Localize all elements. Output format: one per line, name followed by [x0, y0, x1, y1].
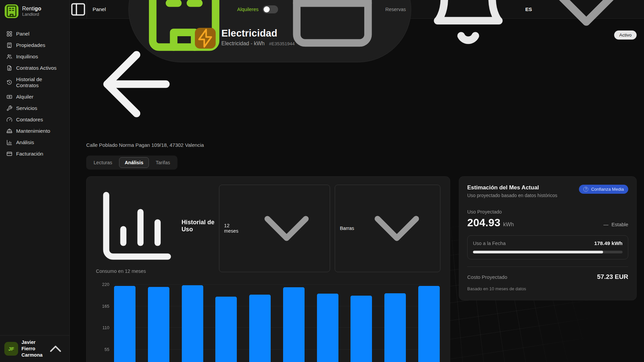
estimation-divider [467, 266, 628, 267]
range-select[interactable]: 12 meses [219, 185, 330, 272]
projected-usage-unit: kWh [503, 222, 514, 228]
sidebar-item-label: Mantenimiento [16, 128, 50, 134]
building-icon [6, 42, 12, 48]
meter-id: #E35351944 [269, 41, 295, 46]
sidebar-item-label: Contadores [16, 117, 43, 123]
user-menu[interactable]: JF Javier Fierro Carmona [0, 335, 69, 362]
estimation-title: Estimación del Mes Actual [467, 184, 557, 191]
page-title: Electricidad [221, 28, 295, 39]
sidebar-item-label: Análisis [16, 139, 34, 145]
y-tick-label: 165 [102, 304, 109, 308]
chevron-down-icon [248, 188, 325, 268]
bar-jul-25 [249, 295, 271, 362]
y-tick-label: 220 [102, 282, 109, 287]
sidebar-item-contratos-activos[interactable]: Contratos Activos [3, 63, 66, 73]
hardhat-icon [6, 128, 12, 134]
zap-icon [195, 28, 216, 49]
sidebar: Rentigo Landlord PanelPropiedadesInquili… [0, 0, 70, 362]
building-icon [5, 4, 18, 18]
sidebar-item-propiedades[interactable]: Propiedades [3, 40, 66, 50]
sidebar-item-label: Panel [16, 31, 30, 37]
sidebar-item-analisis[interactable]: Análisis [3, 137, 66, 147]
sidebar-item-servicios[interactable]: Servicios [3, 103, 66, 113]
sidebar-item-alquiler[interactable]: Alquiler [3, 92, 66, 102]
topbar: Panel Alquileres Reservas [70, 0, 644, 19]
chart-plot [113, 285, 440, 362]
meter-type-label: Electricidad - kWh [221, 41, 265, 47]
chart-bars [114, 285, 440, 362]
meter-type-icon [195, 28, 216, 49]
history-icon [6, 79, 12, 85]
breadcrumb: Panel [93, 6, 106, 12]
bar-nov-25 [384, 293, 406, 362]
bar-chart-icon [96, 185, 178, 267]
usage-progress-bar [473, 251, 623, 253]
brand-subtitle: Landlord [22, 12, 41, 17]
sidebar-item-label: Contratos Activos [16, 65, 57, 71]
content: Electricidad Electricidad - kWh #E353519… [70, 19, 644, 362]
file-text-icon [6, 65, 12, 71]
usage-history-card: Historial de Uso Consumo en 12 meses 12 … [86, 176, 450, 362]
help-circle-icon: ? [583, 187, 588, 192]
main-area: Panel Alquileres Reservas [70, 0, 644, 362]
tab-bar: LecturasAnálisisTarifas [86, 156, 177, 170]
bar-oct-25 [351, 296, 372, 362]
topbar-divider [87, 0, 87, 19]
user-name: Javier Fierro Carmona [21, 339, 43, 358]
usage-progress-fill [473, 251, 603, 253]
sidebar-item-mantenimiento[interactable]: Mantenimiento [3, 126, 66, 136]
usage-card-title: Historial de Uso [181, 219, 219, 233]
sidebar-item-label: Servicios [16, 105, 37, 111]
back-button[interactable] [86, 34, 187, 134]
sidebar-item-label: Propiedades [16, 42, 45, 48]
tab-tarifas[interactable]: Tarifas [150, 157, 176, 168]
sidebar-item-facturacion[interactable]: Facturación [3, 149, 66, 159]
status-badge: Activo [614, 31, 637, 40]
gauge-icon [6, 117, 12, 123]
chart-type-select[interactable]: Barras [335, 185, 440, 272]
sidebar-item-panel[interactable]: Panel [3, 29, 66, 39]
chevron-down-icon [358, 188, 435, 268]
grid-icon [6, 31, 12, 37]
app-root: Rentigo Landlord PanelPropiedadesInquili… [0, 0, 644, 362]
usage-to-date-value: 178.49 kWh [594, 240, 623, 246]
usage-card-subtitle: Consumo en 12 meses [96, 268, 219, 274]
sidebar-item-inquilinos[interactable]: Inquilinos [3, 52, 66, 62]
bar-mar-25 [114, 286, 136, 362]
sidebar-item-contadores[interactable]: Contadores [3, 115, 66, 125]
credit-card-icon [6, 151, 12, 157]
chart-y-axis: 055110165220 [96, 285, 113, 362]
wrench-icon [6, 105, 12, 111]
page-header: Electricidad Electricidad - kWh #E353519… [86, 28, 637, 134]
bar-apr-25 [148, 287, 169, 362]
banknote-icon [6, 94, 12, 100]
y-tick-label: 55 [105, 347, 109, 352]
trend-label: Estable [611, 222, 628, 227]
bar-may-25 [182, 285, 203, 362]
sidebar-item-label: Facturación [16, 151, 43, 157]
projected-usage-label: Uso Proyectado [467, 209, 628, 215]
brand-logo [5, 4, 18, 18]
arrow-left-icon [86, 34, 187, 134]
dash-icon: — [603, 222, 608, 227]
tab-lecturas[interactable]: Lecturas [88, 157, 118, 168]
y-tick-label: 110 [102, 325, 109, 330]
sidebar-item-label: Inquilinos [16, 54, 38, 60]
sidebar-item-label: Historial de Contratos [16, 76, 63, 88]
usage-chart: 055110165220 [96, 285, 440, 362]
sidebar-toggle-button[interactable] [70, 0, 87, 19]
usage-to-date-label: Uso a la Fecha [473, 241, 506, 246]
trend-indicator: — Estable [603, 222, 628, 227]
mode-toggle[interactable] [263, 5, 278, 13]
brand[interactable]: Rentigo Landlord [0, 0, 69, 22]
usage-to-date-box: Uso a la Fecha 178.49 kWh [467, 235, 628, 259]
sidebar-nav: PanelPropiedadesInquilinosContratos Acti… [0, 22, 69, 162]
toggle-knob [264, 6, 270, 12]
sidebar-item-historial-de-contratos[interactable]: Historial de Contratos [3, 74, 66, 90]
bar-aug-25 [283, 287, 305, 362]
bar-chart-icon [6, 139, 12, 145]
language-code: ES [525, 6, 532, 12]
projected-cost-label: Costo Proyectado [467, 274, 507, 280]
tab-analisis[interactable]: Análisis [119, 157, 149, 168]
estimation-footnote: Basado en 10 meses de datos [467, 286, 628, 291]
